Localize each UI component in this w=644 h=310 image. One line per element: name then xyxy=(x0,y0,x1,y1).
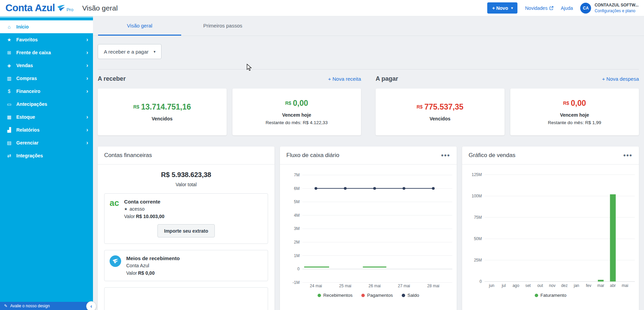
sidebar-item-label: Relatórios xyxy=(16,127,86,133)
sidebar: ⌂Início★Favoritos›⊞Frente de caixa›◈Vend… xyxy=(0,16,93,310)
tab-primeiros-passos[interactable]: Primeiros passos xyxy=(181,16,264,36)
card-label: Vencidos xyxy=(152,116,172,121)
sidebar-item-label: Vendas xyxy=(16,63,86,68)
collapse-sidebar-button[interactable]: ‹ xyxy=(86,301,96,310)
svg-text:set: set xyxy=(525,283,531,288)
chevron-down-icon: ▾ xyxy=(511,6,513,10)
svg-text:26 mai: 26 mai xyxy=(368,284,381,288)
filter-dropdown[interactable]: A receber e a pagar ▾ xyxy=(98,44,162,59)
svg-text:0: 0 xyxy=(479,279,482,284)
dollar-icon: $ xyxy=(6,89,12,94)
svg-text:7M: 7M xyxy=(294,173,300,177)
chevron-right-icon: › xyxy=(86,139,88,146)
settings-link[interactable]: Configurações e plano xyxy=(594,8,639,13)
account-name: Conta corrente xyxy=(124,199,165,205)
sidebar-item-label: Gerenciar xyxy=(16,140,86,146)
svg-text:out: out xyxy=(537,283,543,288)
account-badge: acesso xyxy=(130,206,145,212)
sidebar-item-financeiro[interactable]: $Financeiro› xyxy=(0,85,93,98)
logo-text-azul: Azul xyxy=(35,2,55,14)
sales-legend: Faturamento xyxy=(462,293,639,298)
chevron-right-icon: › xyxy=(86,75,88,82)
sidebar-item-vendas[interactable]: ◈Vendas› xyxy=(0,59,93,72)
sidebar-item-compras[interactable]: ▥Compras› xyxy=(0,72,93,85)
sales-chart: 125M100M75M50M25M0junjulagosetoutnovdezj… xyxy=(462,164,639,291)
sidebar-item-label: Frente de caixa xyxy=(16,50,86,55)
novo-button[interactable]: + Novo ▾ xyxy=(487,2,517,14)
novidades-link[interactable]: Novidades xyxy=(525,5,553,11)
chevron-left-icon: ‹ xyxy=(90,303,92,309)
svg-text:mar: mar xyxy=(597,283,604,288)
main-content: Visão geral Primeiros passos A receber e… xyxy=(93,16,644,310)
sidebar-item-label: Antecipações xyxy=(16,101,88,107)
svg-text:0: 0 xyxy=(297,267,300,271)
account-name: Meios de recebimento xyxy=(126,255,180,261)
account-card-partial[interactable] xyxy=(104,287,268,310)
sidebar-item-label: Integrações xyxy=(16,153,88,158)
card-amount: R$13.714.751,16 xyxy=(133,102,191,112)
card-label: Vencidos xyxy=(430,116,450,121)
logo-text-conta: Conta xyxy=(5,2,33,14)
card-sublabel: Restante do mês: R$ 1,99 xyxy=(548,120,601,125)
svg-text:nov: nov xyxy=(549,283,555,288)
contaazul-logo[interactable]: Conta Azul Pro xyxy=(0,2,73,14)
sidebar-item-inicio[interactable]: ⌂Início xyxy=(0,20,93,33)
sales-widget: Gráfico de vendas ••• 125M100M75M50M25M0… xyxy=(462,147,639,310)
rate-design-bar[interactable]: ✎ Avalie o nosso design xyxy=(0,302,93,310)
legend-item-saldo: Saldo xyxy=(402,293,419,298)
nova-receita-link[interactable]: + Nova receita xyxy=(328,76,361,82)
svg-text:25M: 25M xyxy=(474,258,482,263)
tab-visao-geral[interactable]: Visão geral xyxy=(98,16,181,36)
header-actions: + Novo ▾ Novidades Ajuda CA CONTAAZUL SO… xyxy=(487,2,644,14)
sidebar-item-relatorios[interactable]: ▟Relatórios› xyxy=(0,123,93,136)
sidebar-menu: ⌂Início★Favoritos›⊞Frente de caixa›◈Vend… xyxy=(0,18,93,162)
sidebar-item-label: Estoque xyxy=(16,114,86,120)
account-card-conta-corrente[interactable]: ac Conta corrente ★ acesso ValorR$ 10.00… xyxy=(104,193,268,244)
filter-dropdown-value: A receber e a pagar xyxy=(104,49,149,55)
sidebar-item-antecipacoes[interactable]: ▭Antecipações xyxy=(0,98,93,111)
star-icon: ★ xyxy=(6,37,12,42)
legend-item-pagamentos: Pagamentos xyxy=(361,293,393,298)
payables-section: A pagar + Nova despesa R$775.537,35Venci… xyxy=(376,75,639,135)
ellipsis-menu-icon[interactable]: ••• xyxy=(623,152,632,159)
amount-card: R$775.537,35Vencidos xyxy=(376,89,505,135)
receivables-cards: R$13.714.751,16VencidosR$0,00Vencem hoje… xyxy=(98,89,361,135)
total-amount: R$ 5.938.623,38 xyxy=(104,171,268,179)
ellipsis-menu-icon[interactable]: ••• xyxy=(441,152,450,159)
novo-button-label: + Novo xyxy=(492,5,508,11)
svg-text:2M: 2M xyxy=(294,240,300,245)
sidebar-item-favoritos[interactable]: ★Favoritos› xyxy=(0,33,93,46)
home-icon: ⌂ xyxy=(6,24,12,30)
ac-bank-logo: ac xyxy=(110,199,119,219)
chevron-right-icon: › xyxy=(86,62,88,69)
ajuda-link[interactable]: Ajuda xyxy=(561,5,573,11)
summary-sections: A receber + Nova receita R$13.714.751,16… xyxy=(98,75,639,135)
sidebar-item-estoque[interactable]: ▦Estoque› xyxy=(0,111,93,123)
svg-text:jun: jun xyxy=(489,283,494,288)
total-label: Valor total xyxy=(104,182,268,187)
svg-text:75M: 75M xyxy=(474,215,482,220)
pro-badge: Pro xyxy=(67,7,73,14)
legend-dot xyxy=(535,294,538,297)
card-sublabel: Restante do mês: R$ 4.122,33 xyxy=(266,120,328,125)
contaazul-account-icon xyxy=(110,255,121,267)
swallow-icon xyxy=(57,5,65,12)
nova-despesa-link[interactable]: + Nova despesa xyxy=(602,76,639,82)
avatar[interactable]: CA xyxy=(580,3,591,14)
sidebar-item-integracoes[interactable]: ⇄Integrações xyxy=(0,149,93,162)
svg-text:-1M: -1M xyxy=(292,280,300,285)
card-amount: R$775.537,35 xyxy=(417,102,463,112)
chevron-right-icon: › xyxy=(86,127,88,133)
novidades-label: Novidades xyxy=(525,5,547,11)
sidebar-item-gerenciar[interactable]: ▤Gerenciar› xyxy=(0,136,93,149)
import-extrato-button[interactable]: Importe seu extrato xyxy=(157,224,215,237)
legend-item-recebimentos: Recebimentos xyxy=(318,293,353,298)
chevron-right-icon: › xyxy=(86,49,88,56)
card-amount: R$0,00 xyxy=(285,99,308,108)
sidebar-item-frente-de-caixa[interactable]: ⊞Frente de caixa› xyxy=(0,46,93,59)
shopping-bag-icon: ▥ xyxy=(6,76,12,81)
account-card-meios-recebimento[interactable]: Meios de recebimento Conta Azul ValorR$ … xyxy=(104,250,268,281)
svg-text:3M: 3M xyxy=(294,226,300,231)
amount-card: R$0,00Vencem hojeRestante do mês: R$ 1,9… xyxy=(510,89,639,135)
tab-bar: Visão geral Primeiros passos xyxy=(93,16,644,36)
